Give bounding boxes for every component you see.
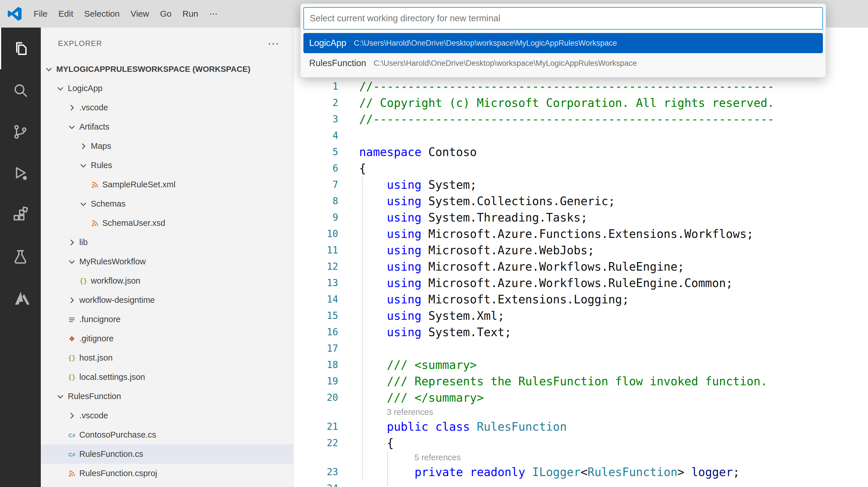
tree-item-artifacts[interactable]: Artifacts — [41, 117, 293, 136]
code-line-19[interactable]: 19 /// Represents the RulesFunction flow… — [293, 373, 868, 389]
tree-item-label: host.json — [79, 353, 113, 363]
tree-item-workflow-designtime[interactable]: workflow-designtime — [41, 291, 293, 310]
tree-item-logicapp[interactable]: LogicApp — [41, 79, 293, 98]
tree-item-label: SampleRuleSet.xml — [102, 180, 176, 189]
menu-go[interactable]: Go — [155, 0, 177, 28]
quickpick-item-rulesfunction[interactable]: RulesFunctionC:\Users\Harold\OneDrive\De… — [303, 53, 823, 73]
codelens-references[interactable]: 3 references — [338, 407, 433, 417]
codelens-references[interactable]: 5 references — [338, 453, 461, 462]
code-line-24[interactable]: 24 — [293, 480, 868, 487]
code-line-14[interactable]: 14 using Microsoft.Extensions.Logging; — [293, 291, 868, 307]
code-text: private readonly ILogger<RulesFunction> … — [338, 465, 740, 479]
code-line-3[interactable]: 3//-------------------------------------… — [293, 111, 868, 127]
code-line-12[interactable]: 12 using Microsoft.Azure.Workflows.RuleE… — [293, 258, 868, 275]
activity-run-debug-icon[interactable] — [0, 153, 41, 194]
code-text: using Microsoft.Azure.WebJobs; — [338, 244, 594, 257]
menu-edit[interactable]: Edit — [53, 0, 79, 28]
tree-item-local-settings-json[interactable]: {}local.settings.json — [41, 367, 293, 387]
code-text: using Microsoft.Azure.Workflows.RuleEngi… — [338, 276, 733, 290]
tree-item-gitignore[interactable]: .gitignore — [41, 329, 293, 348]
code-text: { — [338, 436, 394, 450]
code-text: using System; — [338, 178, 477, 191]
tree-item-contosopurchase-cs[interactable]: C#ContosoPurchase.cs — [41, 425, 293, 445]
line-number: 23 — [293, 466, 338, 478]
tree-item-myrulesworkflow[interactable]: MyRulesWorkflow — [41, 252, 293, 271]
code-line-8[interactable]: 8 using System.Collections.Generic; — [293, 193, 868, 209]
quickpick-list: LogicAppC:\Users\Harold\OneDrive\Desktop… — [303, 33, 823, 73]
activity-source-control-icon[interactable] — [0, 111, 41, 153]
tree-item-label: MyRulesWorkflow — [79, 257, 146, 266]
line-number: 21 — [293, 421, 338, 432]
line-number: 6 — [293, 163, 338, 174]
menu-view[interactable]: View — [125, 0, 154, 28]
tree-item-host-json[interactable]: {}host.json — [41, 348, 293, 367]
code-line-11[interactable]: 11 using Microsoft.Azure.WebJobs; — [293, 242, 868, 258]
tree-item-mylogicapprulesworkspace-workspace[interactable]: MYLOGICAPPRULESWORKSPACE (WORKSPACE) — [41, 59, 293, 79]
menu-more-icon[interactable]: ⋯ — [204, 0, 223, 28]
quickpick-item-logicapp[interactable]: LogicAppC:\Users\Harold\OneDrive\Desktop… — [303, 33, 823, 53]
json-file-icon: {} — [67, 372, 77, 383]
line-number: 20 — [293, 392, 338, 403]
code-line-13[interactable]: 13 using Microsoft.Azure.Workflows.RuleE… — [293, 275, 868, 291]
svg-text:C#: C# — [68, 451, 75, 457]
codelens-row: 5 references — [293, 451, 868, 464]
code-line-21[interactable]: 21 public class RulesFunction — [293, 418, 868, 435]
code-line-20[interactable]: 20 /// </summary> — [293, 389, 868, 406]
tree-item-rulesfunction-cs[interactable]: C#RulesFunction.cs — [41, 445, 293, 464]
line-number: 7 — [293, 179, 338, 190]
svg-text:{}: {} — [68, 373, 75, 381]
editor-pane[interactable]: 1//-------------------------------------… — [293, 28, 868, 487]
code-line-18[interactable]: 18 /// <summary> — [293, 357, 868, 373]
menu-file[interactable]: File — [28, 0, 53, 28]
code-line-22[interactable]: 22 { — [293, 435, 868, 451]
activity-explorer-icon[interactable] — [0, 28, 41, 69]
code-line-2[interactable]: 2// Copyright (c) Microsoft Corporation.… — [293, 94, 868, 111]
tree-item-lib[interactable]: lib — [41, 233, 293, 252]
code-line-1[interactable]: 1//-------------------------------------… — [293, 78, 868, 94]
code-line-16[interactable]: 16 using System.Text; — [293, 324, 868, 340]
code-line-9[interactable]: 9 using System.Threading.Tasks; — [293, 209, 868, 225]
code-text: using Microsoft.Azure.Workflows.RuleEngi… — [338, 260, 684, 273]
tree-item-rules[interactable]: Rules — [41, 156, 293, 175]
activity-azure-icon[interactable] — [0, 278, 41, 319]
tree-item-schemas[interactable]: Schemas — [41, 194, 293, 213]
quickpick-input[interactable] — [303, 7, 823, 30]
code-line-10[interactable]: 10 using Microsoft.Azure.Functions.Exten… — [293, 225, 868, 242]
code-line-7[interactable]: 7 using System; — [293, 176, 868, 193]
code-text: using Microsoft.Extensions.Logging; — [338, 293, 629, 306]
sidebar-more-actions-icon[interactable]: ⋯ — [268, 40, 280, 46]
tree-item-label: RulesFunction.csproj — [79, 468, 157, 478]
tree-item-funcignore[interactable]: .funcignore — [41, 310, 293, 329]
tree-item-schemauser-xsd[interactable]: SchemaUser.xsd — [41, 213, 293, 233]
chevron-right-icon — [67, 102, 77, 113]
code-text: //--------------------------------------… — [338, 113, 774, 126]
line-number: 9 — [293, 212, 338, 223]
code-line-4[interactable]: 4 — [293, 127, 868, 144]
tree-item-sampleruleset-xml[interactable]: SampleRuleSet.xml — [41, 175, 293, 194]
tree-item-label: .funcignore — [79, 314, 121, 324]
code-line-17[interactable]: 17 — [293, 340, 868, 357]
code-line-15[interactable]: 15 using System.Xml; — [293, 307, 868, 324]
code-text: using Microsoft.Azure.Functions.Extensio… — [338, 227, 754, 241]
activity-search-icon[interactable] — [0, 69, 41, 111]
menu-selection[interactable]: Selection — [79, 0, 125, 28]
line-number: 8 — [293, 195, 338, 207]
tree-item-workflow-json[interactable]: {}workflow.json — [41, 271, 293, 291]
tree-item-vscode[interactable]: .vscode — [41, 406, 293, 425]
tree-item-vscode[interactable]: .vscode — [41, 98, 293, 117]
code-text: using System.Collections.Generic; — [338, 194, 615, 208]
tree-item-label: ContosoPurchase.cs — [79, 430, 156, 439]
tree-item-maps[interactable]: Maps — [41, 136, 293, 156]
tree-item-rulesfunction[interactable]: RulesFunction — [41, 387, 293, 406]
menu-run[interactable]: Run — [177, 0, 204, 28]
code-line-5[interactable]: 5namespace Contoso — [293, 144, 868, 160]
tree-item-rulesfunction-csproj[interactable]: RulesFunction.csproj — [41, 464, 293, 483]
quickpick-item-name: RulesFunction — [309, 58, 366, 68]
line-number: 3 — [293, 114, 338, 125]
code-text: //--------------------------------------… — [338, 80, 774, 93]
chevron-down-icon — [67, 122, 77, 132]
activity-extensions-icon[interactable] — [0, 194, 41, 236]
activity-testing-icon[interactable] — [0, 236, 41, 278]
code-line-6[interactable]: 6{ — [293, 160, 868, 176]
code-line-23[interactable]: 23 private readonly ILogger<RulesFunctio… — [293, 464, 868, 480]
